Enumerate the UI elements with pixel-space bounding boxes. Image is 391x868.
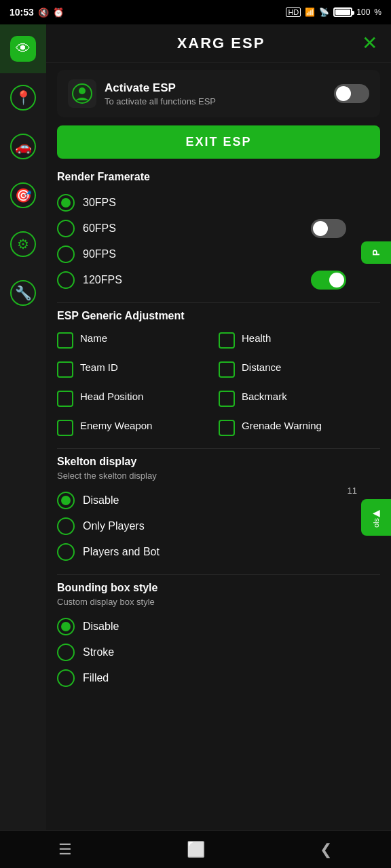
float-tab-letter: P bbox=[371, 250, 381, 256]
hd-icon: HD bbox=[286, 7, 301, 17]
sidebar: 👁 📍 🚗 🎯 ⚙ 🔧 bbox=[0, 24, 46, 868]
close-button[interactable]: ✕ bbox=[362, 34, 377, 53]
nav-home-button[interactable]: ⬜ bbox=[175, 836, 216, 863]
sidebar-item-location[interactable]: 📍 bbox=[0, 73, 46, 122]
esp-generic-grid: Name Health Team ID Distance bbox=[57, 329, 380, 439]
bbox-filled-radio bbox=[57, 669, 75, 687]
checkbox-grenadewarning[interactable]: Grenade Warning bbox=[219, 416, 380, 439]
sidebar-item-settings[interactable]: ⚙ bbox=[0, 220, 46, 269]
target-icon: 🎯 bbox=[10, 182, 36, 208]
skelton-subtitle: Select the skelton display bbox=[57, 471, 380, 481]
checkbox-distance-box bbox=[219, 361, 235, 378]
activate-text-block: Activate ESP To activate all functions E… bbox=[105, 81, 326, 106]
battery-pct-sign: % bbox=[374, 7, 381, 17]
activate-esp-toggle[interactable] bbox=[334, 84, 369, 103]
checkbox-backmark-label: Backmark bbox=[242, 390, 287, 403]
fps-30-option[interactable]: 30FPS bbox=[57, 190, 380, 216]
header: XARG ESP ✕ bbox=[46, 24, 391, 63]
skelton-group: Disable Only Players Players and Bot bbox=[57, 488, 380, 565]
checkbox-headposition[interactable]: Head Position bbox=[57, 387, 219, 410]
checkbox-grenadewarning-label: Grenade Warning bbox=[242, 419, 322, 433]
skelton-playersbot-label: Players and Bot bbox=[83, 546, 160, 558]
battery-icon bbox=[333, 7, 352, 17]
checkbox-health-box bbox=[219, 332, 235, 349]
eye-icon: 👁 bbox=[10, 36, 36, 62]
bbox-disable[interactable]: Disable bbox=[57, 614, 380, 639]
checkbox-enemyweapon-label: Enemy Weapon bbox=[80, 419, 152, 433]
sidebar-item-eye[interactable]: 👁 bbox=[0, 24, 46, 73]
status-left: 10:53 🔇 ⏰ bbox=[10, 7, 64, 18]
skelton-disable[interactable]: Disable bbox=[57, 488, 380, 513]
checkbox-teamid-label: Team ID bbox=[80, 361, 118, 374]
checkbox-name-label: Name bbox=[80, 332, 107, 345]
fps-60-label: 60FPS bbox=[83, 222, 116, 235]
fps-90-option[interactable]: 90FPS bbox=[57, 241, 380, 267]
battery-fill bbox=[335, 9, 350, 15]
fps-30-radio bbox=[57, 194, 75, 212]
fps-120-option[interactable]: 120FPS bbox=[57, 267, 380, 293]
activate-esp-title: Activate ESP bbox=[105, 81, 326, 95]
skelton-disable-radio bbox=[57, 492, 75, 509]
bbox-disable-radio bbox=[57, 618, 75, 635]
checkbox-grenadewarning-box bbox=[219, 420, 235, 436]
exit-esp-button[interactable]: EXIT ESP bbox=[57, 125, 380, 159]
checkbox-name[interactable]: Name bbox=[57, 329, 219, 351]
nav-back-button[interactable]: ❮ bbox=[305, 836, 346, 863]
bbox-disable-label: Disable bbox=[83, 620, 119, 633]
fps-120-radio bbox=[57, 271, 75, 289]
status-right: HD 📶 📡 100 % bbox=[286, 7, 381, 17]
checkbox-headposition-label: Head Position bbox=[80, 390, 143, 403]
svg-point-1 bbox=[79, 87, 86, 94]
boundingbox-subtitle: Custom display box style bbox=[57, 597, 380, 607]
float-tab-chevron: ◀ bbox=[373, 507, 380, 518]
bbox-stroke[interactable]: Stroke bbox=[57, 639, 380, 665]
toggle-track-120 bbox=[311, 271, 346, 290]
score-overlay: 11 bbox=[348, 486, 357, 496]
skelton-onlyplayers[interactable]: Only Players bbox=[57, 513, 380, 539]
esp-app-icon bbox=[68, 79, 96, 108]
car-icon: 🚗 bbox=[10, 134, 36, 159]
skelton-disable-label: Disable bbox=[83, 494, 119, 507]
checkbox-name-box bbox=[57, 332, 73, 349]
fps-60-option[interactable]: 60FPS bbox=[57, 216, 380, 241]
time: 10:53 bbox=[10, 7, 34, 18]
bbox-filled-label: Filled bbox=[83, 672, 109, 684]
checkbox-teamid[interactable]: Team ID bbox=[57, 358, 219, 380]
sidebar-item-car[interactable]: 🚗 bbox=[0, 122, 46, 171]
checkbox-distance[interactable]: Distance bbox=[219, 358, 380, 380]
render-framerate-title: Render Framerate bbox=[57, 171, 380, 183]
skelton-title: Skelton display bbox=[57, 456, 380, 468]
fps-90-label: 90FPS bbox=[83, 248, 116, 260]
status-bar: 10:53 🔇 ⏰ HD 📶 📡 100 % bbox=[0, 0, 391, 24]
sidebar-item-tools[interactable]: 🔧 bbox=[0, 269, 46, 317]
checkbox-enemyweapon[interactable]: Enemy Weapon bbox=[57, 416, 219, 439]
separator-3 bbox=[57, 574, 380, 575]
checkbox-backmark[interactable]: Backmark bbox=[219, 387, 380, 410]
separator-1 bbox=[57, 302, 380, 303]
esp-icon-svg bbox=[71, 83, 93, 104]
fps-60-toggle[interactable] bbox=[311, 219, 346, 238]
nav-menu-button[interactable]: ☰ bbox=[45, 836, 86, 863]
skelton-playersbot-radio bbox=[57, 543, 75, 561]
toggle-thumb-120 bbox=[329, 273, 344, 288]
sidebar-item-target[interactable]: 🎯 bbox=[0, 171, 46, 220]
skelton-onlyplayers-radio bbox=[57, 517, 75, 535]
float-right-tab-top[interactable]: P bbox=[361, 241, 391, 264]
alarm-icon: ⏰ bbox=[53, 7, 64, 18]
gear-icon: ⚙ bbox=[10, 231, 36, 257]
bbox-filled[interactable]: Filled bbox=[57, 665, 380, 691]
skelton-playersbot[interactable]: Players and Bot bbox=[57, 539, 380, 565]
checkbox-distance-label: Distance bbox=[242, 361, 281, 374]
render-framerate-group: 30FPS 60FPS 90FPS bbox=[57, 190, 380, 293]
main-content: XARG ESP ✕ Activate ESP To activate all … bbox=[46, 24, 391, 868]
checkbox-health[interactable]: Health bbox=[219, 329, 380, 351]
bbox-stroke-label: Stroke bbox=[83, 646, 114, 658]
fps-120-toggle[interactable] bbox=[311, 271, 346, 290]
float-right-tab-bottom[interactable]: ◀ ols bbox=[361, 499, 391, 536]
toggle-thumb bbox=[336, 86, 351, 101]
boundingbox-group: Disable Stroke Filled bbox=[57, 614, 380, 691]
battery-pct: 100 bbox=[356, 7, 370, 17]
location-icon: 📍 bbox=[10, 85, 36, 111]
checkbox-enemyweapon-box bbox=[57, 420, 73, 436]
signal-icon: 📶 bbox=[305, 7, 315, 17]
